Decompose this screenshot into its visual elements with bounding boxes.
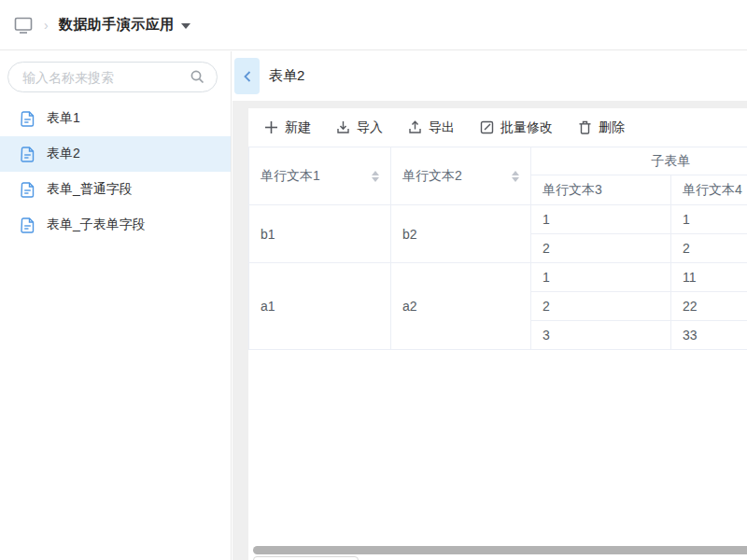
toolbar: 新建 导入 导出 (248, 108, 747, 147)
page-size-select[interactable] (253, 556, 359, 560)
subcell: 3 (531, 321, 671, 350)
subcell: 1 (531, 263, 671, 292)
cell: b1 (249, 205, 391, 263)
trash-icon (578, 120, 592, 134)
batch-edit-icon (480, 120, 494, 134)
sidebar-item-label: 表单_普通字段 (47, 181, 133, 198)
sidebar-item-form-2[interactable]: 表单2 (0, 136, 231, 172)
document-icon (21, 147, 35, 162)
batch-edit-button[interactable]: 批量修改 (480, 119, 553, 136)
sidebar-item-form-1[interactable]: 表单1 (0, 101, 231, 136)
sort-carets-icon[interactable] (512, 171, 519, 182)
subcell: 2 (531, 234, 671, 263)
import-icon (336, 120, 350, 134)
sidebar-item-form-common-fields[interactable]: 表单_普通字段 (0, 172, 231, 207)
sidebar-item-label: 表单2 (47, 146, 80, 162)
caret-down-icon (181, 23, 190, 29)
column-header-text1[interactable]: 单行文本1 (249, 147, 391, 205)
search-input[interactable] (7, 62, 218, 92)
document-icon (21, 111, 35, 127)
main-area: 表单2 新建 导入 (233, 51, 747, 560)
group-header-subform: 子表单 (531, 147, 747, 175)
topbar: › 数据助手演示应用 (0, 0, 747, 50)
sidebar: 表单1 表单2 表单_普通字段 (0, 51, 232, 560)
new-button[interactable]: 新建 (264, 119, 311, 136)
back-button[interactable] (234, 58, 260, 94)
data-table: 单行文本1 单行文本2 子表单 单行文本3 单行文本4 (248, 147, 747, 350)
column-header-text3: 单行文本3 (531, 175, 671, 205)
document-icon (21, 217, 35, 233)
sidebar-item-label: 表单1 (47, 110, 80, 127)
export-icon (408, 120, 422, 134)
cell: a1 (249, 263, 391, 350)
subcell: 1 (531, 205, 671, 234)
form-list: 表单1 表单2 表单_普通字段 (0, 101, 231, 243)
horizontal-scrollbar[interactable] (253, 546, 747, 554)
search-box (7, 62, 218, 92)
subcell: 2 (531, 292, 671, 321)
import-button[interactable]: 导入 (336, 119, 383, 136)
subcell: 1 (671, 205, 747, 234)
page-titlebar: 表单2 (233, 51, 747, 101)
sidebar-item-form-subform-fields[interactable]: 表单_子表单字段 (0, 207, 231, 243)
export-button[interactable]: 导出 (408, 119, 455, 136)
cell: b2 (391, 205, 531, 263)
subcell: 22 (671, 292, 747, 321)
monitor-icon[interactable] (13, 16, 34, 35)
content-panel: 新建 导入 导出 (248, 108, 747, 560)
app-switcher[interactable]: 数据助手演示应用 (59, 16, 190, 34)
subcell: 11 (671, 263, 747, 292)
search-icon[interactable] (190, 69, 205, 88)
chevron-left-icon (242, 70, 253, 83)
subcell: 2 (671, 234, 747, 263)
page-title: 表单2 (269, 67, 304, 85)
table-row[interactable]: b1 b2 1 1 (249, 205, 747, 234)
sort-carets-icon[interactable] (372, 171, 379, 182)
table-row[interactable]: a1 a2 1 11 (249, 263, 747, 292)
cell: a2 (391, 263, 531, 350)
delete-button[interactable]: 删除 (578, 119, 625, 136)
column-header-text4: 单行文本4 (671, 175, 747, 205)
chevron-right-icon: › (44, 18, 49, 33)
sidebar-item-label: 表单_子表单字段 (47, 217, 146, 233)
app-title: 数据助手演示应用 (59, 16, 175, 34)
column-header-text2[interactable]: 单行文本2 (391, 147, 531, 205)
document-icon (21, 182, 35, 198)
subcell: 33 (671, 321, 747, 350)
plus-icon (264, 120, 278, 134)
